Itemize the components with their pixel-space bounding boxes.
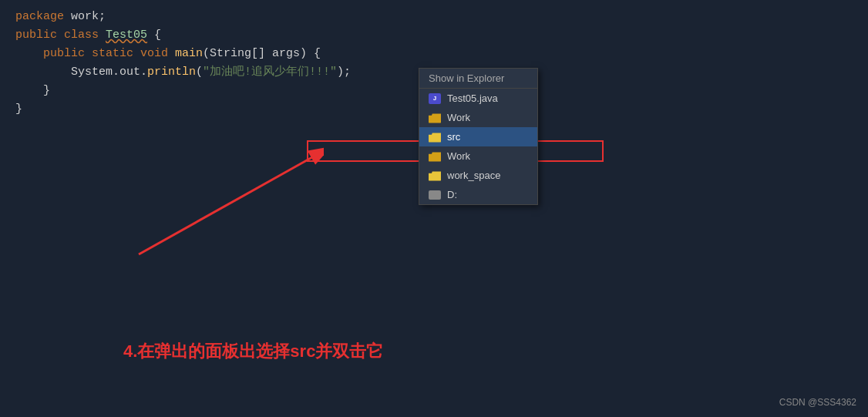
menu-item-work2[interactable]: Work [419,146,537,166]
code-line-1: package work; [15,8,853,26]
context-menu-header: Show in Explorer [419,69,537,89]
folder-icon-yellow [429,132,441,143]
folder-icon-workspace [429,170,441,181]
java-file-icon: J [429,93,441,104]
menu-item-workspace[interactable]: work_space [419,166,537,185]
menu-item-label: Work [447,150,470,162]
annotation-text: 4.在弹出的面板出选择src并双击它 [123,340,383,363]
menu-item-label: Work [447,112,470,123]
menu-item-test05[interactable]: J Test05.java [419,89,537,108]
menu-item-work1[interactable]: Work [419,108,537,127]
drive-icon [429,190,441,200]
context-menu: Show in Explorer J Test05.java Work src … [419,68,538,205]
code-line-3: public static void main(String[] args) { [15,45,853,63]
menu-item-drive[interactable]: D: [419,185,537,204]
menu-item-label: Test05.java [447,92,498,104]
folder-icon-orange-2 [429,151,441,162]
menu-item-label: D: [447,189,457,200]
svg-line-1 [139,146,324,254]
menu-item-label: work_space [447,170,500,181]
code-line-2: public class Test05 { [15,26,853,45]
watermark: CSDN @SSS4362 [779,397,856,408]
menu-item-src[interactable]: src [419,127,537,146]
menu-item-label: src [447,131,460,143]
folder-icon-orange [429,113,441,123]
